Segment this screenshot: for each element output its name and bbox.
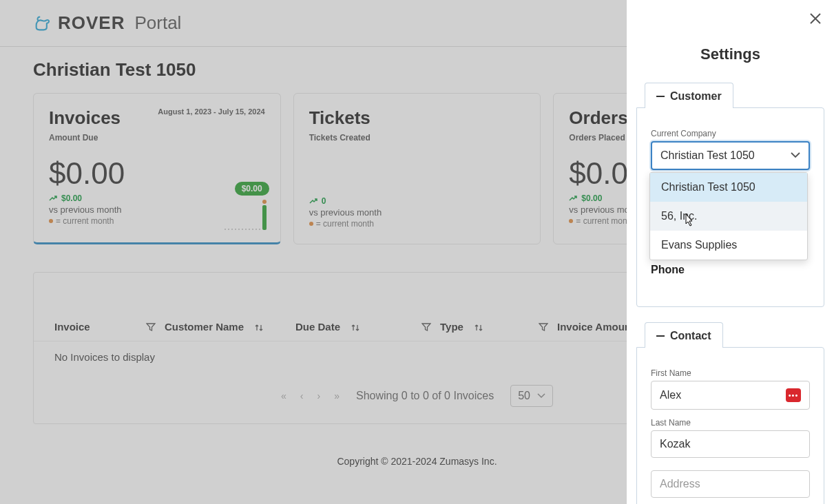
trend-up-icon <box>309 198 317 204</box>
sparkline <box>225 200 267 230</box>
filter-icon[interactable] <box>146 322 156 332</box>
th-duedate[interactable]: Due Date <box>295 321 413 333</box>
input-action-badge[interactable]: ••• <box>786 388 801 402</box>
card-previous: vs previous month <box>309 207 525 218</box>
card-value: $0.00 <box>49 156 265 191</box>
close-icon <box>809 12 822 25</box>
card-subtitle: Tickets Created <box>309 133 525 143</box>
svg-rect-1 <box>656 335 665 337</box>
address-input[interactable]: Address <box>651 470 810 498</box>
card-date-range: August 1, 2023 - July 15, 2024 <box>158 107 264 116</box>
contact-section: First Name Alex ••• Last Name Kozak Addr… <box>636 347 824 504</box>
card-badge: $0.00 <box>235 182 269 196</box>
trend-up-icon <box>569 195 577 202</box>
sort-icon[interactable] <box>475 322 483 332</box>
minus-icon <box>656 96 665 97</box>
th-customer[interactable]: Customer Name <box>165 321 295 333</box>
dropdown-option-0[interactable]: Christian Test 1050 <box>650 173 807 202</box>
contact-tab[interactable]: Contact <box>645 322 723 348</box>
close-button[interactable] <box>809 12 822 25</box>
filter-icon[interactable] <box>421 322 431 332</box>
brand-logo[interactable]: ROVER Portal <box>33 12 181 34</box>
card-invoices[interactable]: Invoices August 1, 2023 - July 15, 2024 … <box>33 93 281 244</box>
th-invoice[interactable]: Invoice <box>54 321 137 333</box>
dog-icon <box>33 14 52 33</box>
company-dropdown: Christian Test 1050 56, Inc. Evans Suppl… <box>649 172 808 260</box>
chevron-down-icon <box>537 393 545 399</box>
card-current: = current month <box>309 219 525 229</box>
card-tickets[interactable]: Tickets Tickets Created 0 vs previous mo… <box>293 93 541 244</box>
customer-tab[interactable]: Customer <box>645 83 733 108</box>
mouse-cursor <box>682 213 696 229</box>
phone-label: Phone <box>651 264 810 276</box>
card-trend: 0 <box>309 196 525 206</box>
current-company-label: Current Company <box>651 129 810 138</box>
portal-label: Portal <box>134 12 181 34</box>
dropdown-option-1[interactable]: 56, Inc. <box>650 202 807 231</box>
chevron-down-icon <box>791 152 800 159</box>
brand-name: ROVER <box>58 12 125 34</box>
filter-icon[interactable] <box>539 322 548 332</box>
svg-rect-0 <box>656 96 665 97</box>
th-type[interactable]: Type <box>440 321 530 333</box>
page-last-button[interactable]: » <box>334 390 340 401</box>
page-prev-button[interactable]: ‹ <box>300 390 304 401</box>
first-name-input[interactable]: Alex ••• <box>651 381 810 410</box>
first-name-label: First Name <box>651 368 810 378</box>
card-subtitle: Amount Due <box>49 133 265 143</box>
minus-icon <box>656 335 665 337</box>
trend-up-icon <box>49 195 57 202</box>
pager-text: Showing 0 to 0 of 0 Invoices <box>356 390 494 402</box>
sort-icon[interactable] <box>255 322 263 332</box>
page-first-button[interactable]: « <box>281 390 286 401</box>
sort-icon[interactable] <box>351 322 359 332</box>
last-name-input[interactable]: Kozak <box>651 430 810 458</box>
settings-panel: Settings Customer Current Company Christ… <box>627 0 834 504</box>
current-company-select[interactable]: Christian Test 1050 <box>651 141 810 170</box>
last-name-label: Last Name <box>651 418 810 428</box>
panel-title: Settings <box>636 45 824 63</box>
dropdown-option-2[interactable]: Evans Supplies <box>650 231 807 260</box>
card-title: Invoices <box>49 107 121 129</box>
page-size-select[interactable]: 50 <box>510 385 553 407</box>
page-next-button[interactable]: › <box>317 390 321 401</box>
card-title: Tickets <box>309 107 525 129</box>
